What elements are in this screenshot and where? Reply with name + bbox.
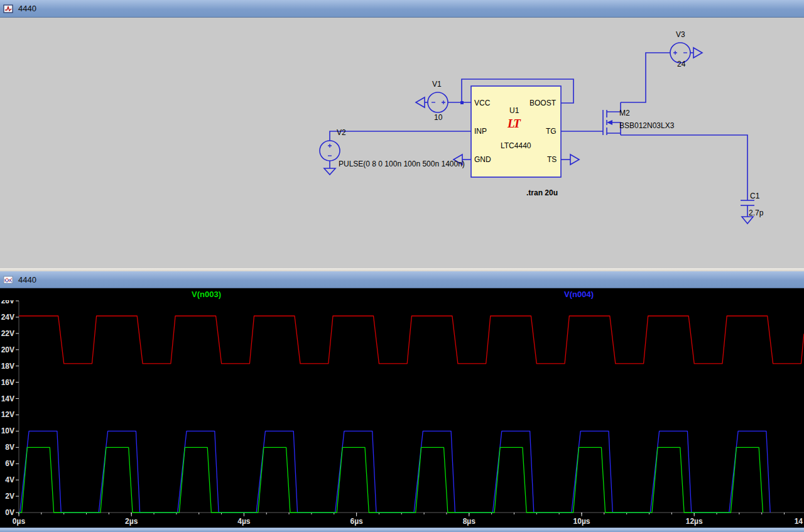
trace-red <box>19 316 804 364</box>
bottom-window-edge[interactable] <box>0 528 804 532</box>
svg-text:6V: 6V <box>5 459 14 468</box>
legend-vn003[interactable]: V(n003) <box>192 290 221 299</box>
m2-part-label[interactable]: BSB012N03LX3 <box>619 121 674 130</box>
m2-nmos-transistor[interactable] <box>603 102 621 135</box>
v1-ref-label[interactable]: V1 <box>432 80 442 89</box>
port-arrow-icon[interactable] <box>416 97 425 107</box>
schematic-window-title: 4440 <box>18 4 36 13</box>
svg-text:0µs: 0µs <box>13 517 26 526</box>
svg-text:2V: 2V <box>5 492 14 501</box>
svg-text:16V: 16V <box>1 378 14 387</box>
u1-pin-ts-label: TS <box>547 155 557 164</box>
v1-value-label[interactable]: 10 <box>434 113 442 122</box>
waveform-plot[interactable]: 0V2V4V6V8V10V12V14V16V18V20V22V24V26V0µs… <box>0 300 804 528</box>
svg-text:14: 14 <box>795 517 803 526</box>
svg-text:2µs: 2µs <box>125 517 138 526</box>
schematic-document-icon <box>3 3 14 14</box>
v2-ref-label[interactable]: V2 <box>337 128 346 137</box>
port-arrow-icon[interactable] <box>570 155 579 165</box>
svg-text:8µs: 8µs <box>463 517 476 526</box>
source-wire[interactable] <box>621 135 747 200</box>
svg-text:10µs: 10µs <box>573 517 590 526</box>
u1-pin-gnd-label: GND <box>474 155 491 164</box>
svg-text:12V: 12V <box>1 410 14 419</box>
svg-text:8V: 8V <box>5 443 14 452</box>
svg-text:10V: 10V <box>1 426 14 435</box>
v1-voltage-source[interactable] <box>425 92 471 112</box>
wire-junction-dot <box>460 101 464 104</box>
drain-wire[interactable] <box>621 53 670 102</box>
u1-ref-label[interactable]: U1 <box>509 106 519 115</box>
ground-icon[interactable] <box>324 168 335 175</box>
svg-text:24V: 24V <box>1 313 14 322</box>
svg-text:4V: 4V <box>5 475 14 484</box>
ltspice-app: 4440 <box>0 0 804 532</box>
u1-pin-boost-label: BOOST <box>530 99 556 107</box>
trace-legend: V(n003) V(n004) <box>0 288 804 300</box>
c1-value-label[interactable]: 2.7p <box>749 209 763 217</box>
lt-logo-icon: LT <box>508 117 519 131</box>
waveform-window-title: 4440 <box>18 275 36 285</box>
svg-text:4µs: 4µs <box>237 517 251 526</box>
v2-value-label[interactable]: PULSE(0 8 0 100n 100n 500n 1400n) <box>339 160 465 168</box>
waveform-titlebar[interactable]: 4440 <box>0 271 804 288</box>
u1-pin-inp-label: INP <box>474 127 487 136</box>
plot-svg[interactable]: 0V2V4V6V8V10V12V14V16V18V20V22V24V26V0µs… <box>0 300 804 528</box>
u1-part-label[interactable]: LTC4440 <box>501 141 531 150</box>
v3-value-label[interactable]: 24 <box>677 60 685 68</box>
v3-ref-label[interactable]: V3 <box>676 30 685 39</box>
waveform-document-icon <box>3 274 14 285</box>
schematic-canvas[interactable]: V1 10 V2 PULSE(0 8 0 100n 100n 500n 1400… <box>0 18 804 268</box>
svg-text:22V: 22V <box>1 329 14 338</box>
svg-text:20V: 20V <box>1 345 14 354</box>
svg-text:14V: 14V <box>1 394 14 403</box>
svg-text:0V: 0V <box>5 508 14 517</box>
schematic-window: 4440 <box>0 0 804 268</box>
svg-text:26V: 26V <box>1 300 14 305</box>
legend-vn004[interactable]: V(n004) <box>564 290 594 299</box>
m2-ref-label[interactable]: M2 <box>619 109 630 117</box>
u1-pin-vcc-label: VCC <box>474 99 490 107</box>
spice-directive-label[interactable]: .tran 20u <box>526 188 558 197</box>
svg-text:12µs: 12µs <box>686 517 703 526</box>
port-arrow-icon[interactable] <box>693 48 702 58</box>
ground-icon[interactable] <box>742 217 753 224</box>
svg-text:18V: 18V <box>1 362 14 371</box>
c1-ref-label[interactable]: C1 <box>750 192 759 200</box>
svg-text:6µs: 6µs <box>350 517 363 526</box>
schematic-titlebar[interactable]: 4440 <box>0 0 804 18</box>
waveform-window: 4440 V(n003) V(n004) 0V2V4V6V8V10V12V14V… <box>0 271 804 528</box>
u1-pin-tg-label: TG <box>546 127 557 136</box>
